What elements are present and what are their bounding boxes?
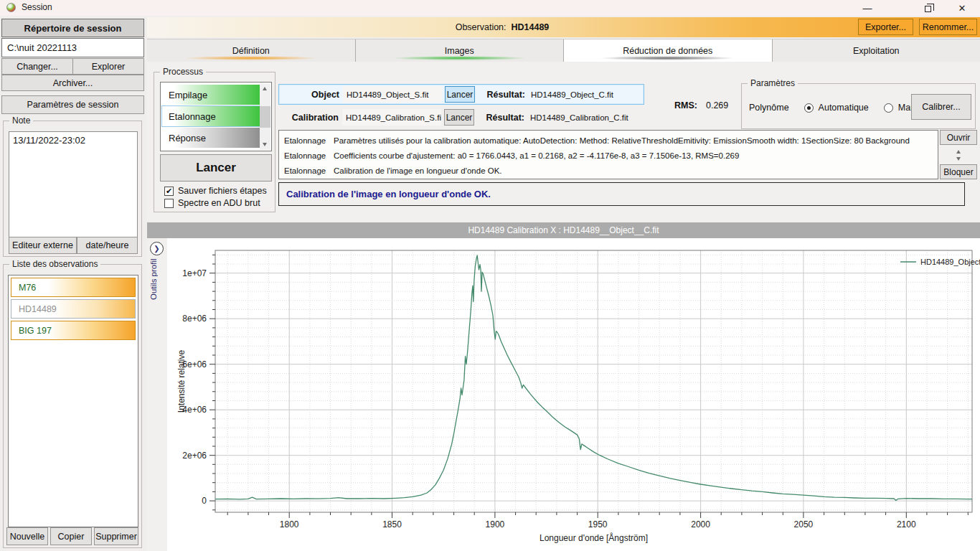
svg-text:2050: 2050 [794,519,814,529]
svg-text:1900: 1900 [486,519,505,529]
lancer-object-button[interactable]: Lancer [445,86,475,103]
save-steps-option[interactable]: ✔ Sauver fichiers étapes [164,186,267,196]
main-tabs: Définition Images Réduction de données E… [147,39,980,62]
lancer-process-button[interactable]: Lancer [160,154,272,182]
svg-text:2100: 2100 [897,519,916,529]
object-result-label: Résultat: [484,90,528,100]
object-file-field[interactable]: HD14489_Object_S.fit [343,86,442,103]
svg-text:8e+06: 8e+06 [182,314,207,324]
close-button[interactable]: ✕ [950,0,974,16]
rename-button[interactable]: Renommer... [919,19,977,35]
scroll-up-icon[interactable] [263,87,267,90]
svg-text:2e+06: 2e+06 [182,451,207,461]
session-path-field[interactable]: C:\nuit 20221113 [1,38,144,57]
ouvrir-button[interactable]: Ouvrir [940,130,977,145]
svg-text:1850: 1850 [382,519,402,529]
svg-text:0: 0 [202,496,207,506]
copy-observation-button[interactable]: Copier [50,527,92,545]
observations-group: Liste des observations M76 HD14489 BIG 1… [3,264,142,548]
restore-button[interactable] [915,0,940,16]
object-file-row[interactable]: Object HD14489_Object_S.fit Lancer Résul… [278,84,644,105]
manuel-radio[interactable] [884,103,893,113]
app-icon [6,3,16,12]
bloquer-button[interactable]: Bloquer [940,164,977,179]
calibration-file-field[interactable]: HD14489_Calibration_S.fit [342,109,441,126]
adu-spectrum-option[interactable]: Spectre en ADU brut [164,198,260,208]
object-label: Object [279,90,343,100]
tab-reduction-donnees[interactable]: Réduction de données [564,39,773,62]
log-scroll-controls: Ouvrir Bloquer [940,130,977,179]
note-group-title: Note [9,116,33,126]
observation-item-hd14489[interactable]: HD14489 [11,299,136,319]
new-observation-button[interactable]: Nouvelle [6,527,48,545]
tab-definition[interactable]: Définition [147,39,356,62]
log-tag: Etalonnage [279,136,324,145]
process-item-etalonnage[interactable]: Etalonnage [162,106,260,126]
export-button[interactable]: Exporter... [858,19,913,35]
svg-text:1800: 1800 [280,519,299,529]
checkbox-label: Spectre en ADU brut [178,198,260,208]
scroll-down-icon[interactable] [263,143,267,146]
explorer-button[interactable]: Explorer [72,58,144,75]
lancer-calibration-button[interactable]: Lancer [444,109,474,126]
tab-label: Réduction de données [623,46,712,56]
processus-group-title: Processus [160,67,206,77]
svg-text:1e+07: 1e+07 [182,268,207,278]
external-editor-button[interactable]: Editeur externe [9,237,77,254]
rms-value: 0.269 [706,100,728,110]
checkbox-checked-icon[interactable]: ✔ [164,187,174,196]
process-item-reponse[interactable]: Réponse [162,128,260,148]
rms-label: RMS: [674,100,697,110]
note-textarea[interactable]: 13/11/2022-23:02 [9,131,138,237]
svg-text:HD14489_Object_C.fit: HD14489_Object_C.fit [920,258,980,266]
session-directory-header: Répertoire de session [1,19,144,37]
processus-list: Empilage Etalonnage Réponse [160,82,272,151]
calibrer-button[interactable]: Calibrer... [911,94,971,120]
calibration-result-field: HD14489_Calibration_C.fit [527,109,644,126]
tab-label: Définition [232,46,270,56]
tab-label: Exploitation [853,46,900,56]
log-line: Etalonnage Calibration de l'image en lon… [279,163,938,178]
observation-label: Observation: [456,22,507,32]
observation-item-m76[interactable]: M76 [11,278,136,297]
observation-label: HD14489 [19,304,57,314]
svg-text:2000: 2000 [691,519,710,529]
log-scroll-down-icon[interactable] [956,157,961,161]
automatique-label[interactable]: Automatique [819,103,869,113]
tab-glow-gray [601,56,734,60]
log-tag: Etalonnage [279,151,324,160]
session-window: Session — ✕ Répertoire de session C:\nui… [0,0,980,551]
datetime-button[interactable]: date/heure [77,237,138,254]
reduction-panel: Processus Empilage Etalonnage Réponse La… [147,62,980,221]
delete-observation-button[interactable]: Supprimer [94,527,138,545]
process-log: Etalonnage Paramètres utilisés pour la c… [278,130,938,179]
scrollbar-thumb[interactable] [260,106,270,128]
polynome-controls: Polynôme Automatique Manuel [749,103,928,113]
observation-name: HD14489 [512,22,550,32]
process-label: Etalonnage [169,111,216,122]
restore-icon [925,6,931,12]
tab-images[interactable]: Images [356,39,565,62]
changer-button[interactable]: Changer... [1,58,73,75]
minimize-button[interactable]: — [855,0,880,16]
spectrum-chart[interactable]: 180018501900195020002050210002e+064e+066… [167,238,980,551]
processus-scrollbar[interactable] [260,83,270,150]
archiver-button[interactable]: Archiver... [1,75,144,91]
observation-title: Observation: HD14489 [147,22,857,32]
expand-tools-button[interactable]: ❯ [150,242,164,255]
object-result-field: HD14489_Object_C.fit [528,86,644,103]
tab-glow-green [393,56,526,60]
observation-header: Observation: HD14489 Exporter... Renomme… [147,17,980,37]
checkbox-unchecked-icon[interactable] [164,199,174,208]
calibration-file-row[interactable]: Calibration HD14489_Calibration_S.fit La… [278,107,644,128]
checkbox-label: Sauver fichiers étapes [178,186,267,196]
tab-exploitation[interactable]: Exploitation [773,39,980,62]
session-parameters-button[interactable]: Paramètres de session [1,95,144,114]
automatique-radio[interactable] [804,103,814,113]
observation-item-big197[interactable]: BIG 197 [11,321,136,340]
window-titlebar: Session — ✕ [0,0,980,16]
log-scroll-up-icon[interactable] [956,150,961,154]
process-item-empilage[interactable]: Empilage [162,85,260,105]
parametres-group: Paramètres Polynôme Automatique Manuel C… [741,83,976,129]
svg-text:Longueur d'onde [Ångström]: Longueur d'onde [Ångström] [540,532,648,543]
